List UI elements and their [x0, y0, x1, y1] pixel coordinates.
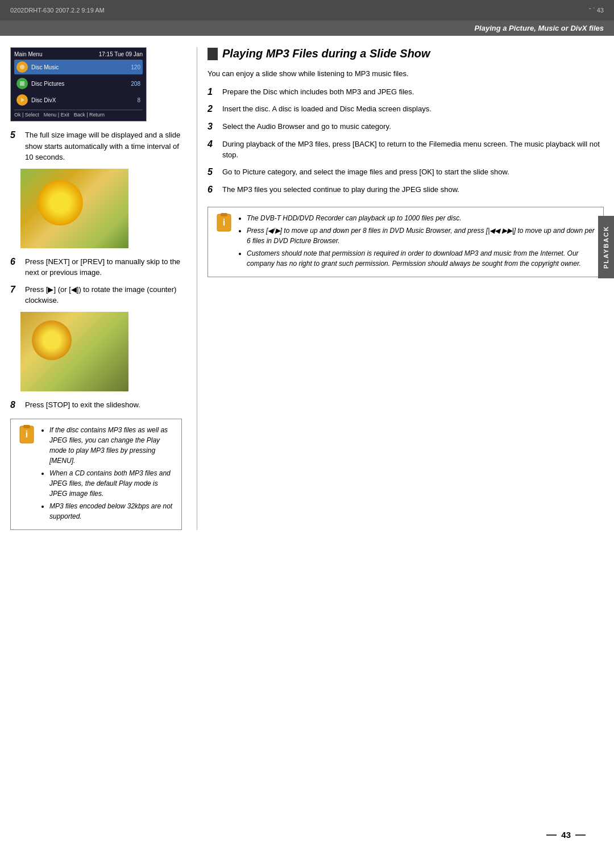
left-step-6-text: Press [NEXT] or [PREV] to manually skip … [25, 256, 182, 278]
left-column: Main Menu 17:15 Tue 09 Jan Disc Music 12… [10, 47, 192, 530]
left-note-box: i If the disc contains MP3 files as well… [10, 419, 182, 530]
menu-item-0-label: Disc Music [31, 64, 127, 70]
svg-rect-7 [221, 213, 227, 216]
menu-item-1-label: Disc Pictures [31, 81, 127, 87]
left-note-item-1: When a CD contains both MP3 files and JP… [49, 468, 175, 499]
svg-rect-1 [20, 81, 24, 86]
menu-item-2-count: 8 [137, 97, 140, 103]
playback-tab-label: PLAYBACK [603, 226, 609, 269]
menu-title: Main Menu [14, 51, 42, 57]
left-step-5-num: 5 [10, 130, 20, 163]
right-step-3-num: 3 [208, 121, 218, 133]
right-step-5: 5 Go to Picture category, and select the… [208, 166, 604, 178]
right-step-4: 4 During playback of the MP3 files, pres… [208, 139, 604, 161]
chapter-title: Playing a Picture, Music or DivX files [474, 24, 604, 32]
menu-bottom-bar: Ok | Select Menu | Exit Back | Return [14, 110, 143, 118]
right-step-6: 6 The MP3 files you selected continue to… [208, 184, 604, 196]
flower-image-1 [20, 169, 128, 248]
left-step-6-num: 6 [10, 256, 20, 278]
menu-item-2[interactable]: Disc DivX 8 [14, 93, 143, 107]
left-note-content: If the disc contains MP3 files as well a… [42, 425, 175, 524]
menu-item-1[interactable]: Disc Pictures 208 [14, 76, 143, 91]
menu-item-0[interactable]: Disc Music 120 [14, 60, 143, 74]
right-note-item-0: The DVB-T HDD/DVD Recorder can playback … [247, 213, 596, 223]
menu-header: Main Menu 17:15 Tue 09 Jan [14, 51, 143, 57]
right-step-4-num: 4 [208, 139, 218, 161]
header-bar: 0202DRHT-630 2007.2.2 9:19 AM ˘ ` 43 [0, 0, 614, 20]
menu-back-label: Back | Return [74, 112, 105, 118]
right-step-1-num: 1 [208, 86, 218, 98]
menu-menu-label: Menu | Exit [44, 112, 69, 118]
left-note-list: If the disc contains MP3 files as well a… [42, 425, 175, 521]
svg-rect-4 [23, 425, 30, 428]
chapter-title-bar: Playing a Picture, Music or DivX files [0, 20, 614, 36]
right-step-1: 1 Prepare the Disc which includes both M… [208, 86, 604, 98]
section-heading: Playing MP3 Files during a Slide Show [222, 47, 430, 60]
left-note-item-0: If the disc contains MP3 files as well a… [49, 425, 175, 466]
svg-text:i: i [26, 429, 28, 439]
menu-item-0-icon [16, 61, 28, 73]
right-steps-list: 1 Prepare the Disc which includes both M… [208, 86, 604, 196]
svg-marker-2 [21, 98, 24, 102]
left-step-5: 5 The full size image will be displayed … [10, 130, 182, 163]
left-step-7: 7 Press [▶] (or [◀]) to rotate the image… [10, 284, 182, 306]
left-step-8-text: Press [STOP] to exit the slideshow. [25, 399, 140, 411]
right-step-3: 3 Select the Audio Browser and go to mus… [208, 121, 604, 133]
right-step-4-text: During playback of the MP3 files, press … [222, 139, 604, 161]
right-note-content: The DVB-T HDD/DVD Recorder can playback … [239, 213, 596, 271]
note-icon-right: i [215, 213, 233, 271]
svg-point-0 [20, 65, 24, 69]
right-note-list: The DVB-T HDD/DVD Recorder can playback … [239, 213, 596, 269]
right-note-item-1: Press [◀/▶] to move up and down per 8 fi… [247, 226, 596, 246]
left-step-8: 8 Press [STOP] to exit the slideshow. [10, 399, 182, 411]
playback-tab: PLAYBACK [598, 216, 614, 278]
menu-time: 17:15 Tue 09 Jan [99, 51, 143, 57]
right-note-item-2: Customers should note that permission is… [247, 248, 596, 269]
main-menu-mockup: Main Menu 17:15 Tue 09 Jan Disc Music 12… [10, 47, 147, 122]
right-step-2-num: 2 [208, 103, 218, 115]
page-line-right [575, 834, 586, 836]
section-title-bar-decoration [208, 48, 218, 60]
right-step-5-text: Go to Picture category, and select the i… [222, 166, 604, 178]
svg-text:i: i [223, 218, 225, 227]
menu-ok-label: Ok | Select [14, 112, 39, 118]
menu-item-2-icon [16, 94, 28, 106]
right-note-box: i The DVB-T HDD/DVD Recorder can playbac… [208, 207, 604, 277]
left-step-5-text: The full size image will be displayed an… [25, 130, 182, 163]
right-step-2: 2 Insert the disc. A disc is loaded and … [208, 103, 604, 115]
page-line-left [546, 834, 557, 836]
flower-image-2 [20, 312, 128, 391]
main-content: Main Menu 17:15 Tue 09 Jan Disc Music 12… [0, 36, 614, 541]
right-column: Playing MP3 Files during a Slide Show Yo… [202, 47, 604, 530]
left-step-6: 6 Press [NEXT] or [PREV] to manually ski… [10, 256, 182, 278]
right-step-3-text: Select the Audio Browser and go to music… [222, 121, 604, 133]
page-number: 43 [561, 830, 571, 840]
note-icon-left: i [18, 425, 36, 524]
right-step-5-num: 5 [208, 166, 218, 178]
menu-item-1-count: 208 [131, 81, 140, 87]
menu-item-0-count: 120 [131, 64, 140, 70]
right-step-6-text: The MP3 files you selected continue to p… [222, 184, 604, 196]
right-step-2-text: Insert the disc. A disc is loaded and Di… [222, 103, 604, 115]
left-step-8-num: 8 [10, 399, 20, 411]
section-intro: You can enjoy a slide show while listeni… [208, 68, 604, 80]
doc-ref: 0202DRHT-630 2007.2.2 9:19 AM [10, 7, 105, 14]
left-note-item-2: MP3 files encoded below 32kbps are not s… [49, 501, 175, 521]
left-step-7-num: 7 [10, 284, 20, 306]
header-page-symbols: ˘ ` 43 [589, 7, 604, 14]
column-divider [197, 47, 197, 530]
section-title: Playing MP3 Files during a Slide Show [208, 47, 604, 60]
right-step-6-num: 6 [208, 184, 218, 196]
menu-item-2-label: Disc DivX [31, 97, 134, 103]
page-footer: 43 [546, 830, 586, 840]
menu-item-1-icon [16, 78, 28, 89]
left-step-7-text: Press [▶] (or [◀]) to rotate the image (… [25, 284, 182, 306]
right-step-1-text: Prepare the Disc which includes both MP3… [222, 86, 604, 98]
